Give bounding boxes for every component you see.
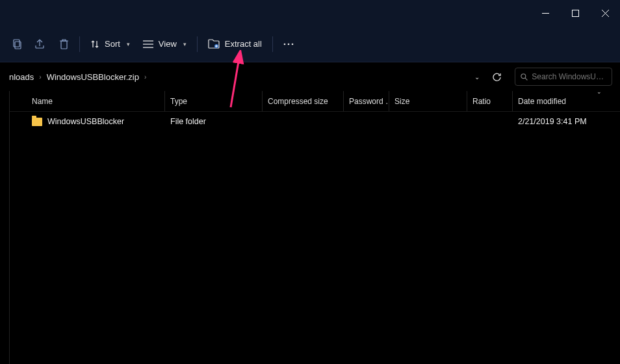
navigation-pane[interactable] bbox=[0, 91, 10, 364]
svg-rect-1 bbox=[572, 10, 578, 16]
svg-point-11 bbox=[292, 43, 294, 45]
toolbar-separator bbox=[197, 36, 198, 52]
copy-icon[interactable] bbox=[5, 32, 29, 56]
chevron-down-icon: ⌄ bbox=[597, 91, 602, 95]
delete-icon[interactable] bbox=[52, 32, 75, 56]
title-bar bbox=[0, 0, 620, 26]
view-label: View bbox=[159, 39, 177, 49]
column-header-name[interactable]: Name bbox=[27, 91, 165, 111]
window-maximize-button[interactable] bbox=[560, 3, 590, 23]
extract-all-button[interactable]: Extract all bbox=[201, 35, 268, 53]
toolbar-separator bbox=[79, 36, 80, 52]
more-options-button[interactable] bbox=[277, 32, 300, 56]
svg-point-10 bbox=[288, 43, 290, 45]
toolbar-separator bbox=[272, 36, 273, 52]
column-headers: Name Type Compressed size Password … Siz… bbox=[10, 91, 620, 112]
breadcrumb[interactable]: nloads › WindowsUSBBlocker.zip › bbox=[0, 62, 469, 91]
column-header-date-modified[interactable]: Date modified ⌄ bbox=[513, 91, 620, 111]
breadcrumb-item[interactable]: nloads bbox=[6, 72, 36, 82]
chevron-right-icon: › bbox=[36, 73, 44, 81]
svg-rect-4 bbox=[61, 41, 67, 49]
column-header-password[interactable]: Password … bbox=[344, 91, 389, 111]
command-bar: Sort ▾ View ▾ Extract all bbox=[0, 26, 620, 62]
column-header-size[interactable]: Size bbox=[389, 91, 467, 111]
view-button[interactable]: View ▾ bbox=[136, 35, 193, 53]
folder-icon bbox=[32, 118, 42, 126]
item-name: WindowsUSBBlocker bbox=[47, 117, 124, 126]
item-date: 2/21/2019 3:41 PM bbox=[513, 117, 620, 126]
content-pane: Name Type Compressed size Password … Siz… bbox=[0, 91, 620, 364]
window-close-button[interactable] bbox=[590, 3, 620, 23]
address-history-dropdown[interactable]: ⌄ bbox=[469, 73, 485, 81]
svg-rect-3 bbox=[15, 42, 21, 49]
chevron-right-icon: › bbox=[142, 73, 149, 81]
svg-point-9 bbox=[284, 43, 286, 45]
window-minimize-button[interactable] bbox=[530, 3, 560, 23]
list-item[interactable]: WindowsUSBBlocker File folder 2/21/2019 … bbox=[10, 112, 620, 131]
sort-button[interactable]: Sort ▾ bbox=[84, 35, 136, 53]
chevron-down-icon: ▾ bbox=[127, 41, 130, 47]
column-header-compressed-size[interactable]: Compressed size bbox=[263, 91, 344, 111]
svg-rect-0 bbox=[542, 13, 549, 14]
sort-label: Sort bbox=[105, 39, 120, 49]
extract-all-label: Extract all bbox=[225, 39, 262, 49]
svg-rect-2 bbox=[14, 40, 19, 47]
refresh-button[interactable] bbox=[485, 68, 508, 86]
search-input[interactable] bbox=[532, 72, 606, 81]
item-type: File folder bbox=[165, 117, 263, 126]
breadcrumb-item[interactable]: WindowsUSBBlocker.zip bbox=[44, 72, 142, 82]
search-box[interactable] bbox=[515, 68, 612, 86]
address-bar: nloads › WindowsUSBBlocker.zip › ⌄ bbox=[0, 62, 620, 91]
column-header-type[interactable]: Type bbox=[165, 91, 263, 111]
chevron-down-icon: ▾ bbox=[183, 41, 187, 47]
file-list: Name Type Compressed size Password … Siz… bbox=[10, 91, 620, 364]
column-header-ratio[interactable]: Ratio bbox=[467, 91, 513, 111]
search-icon bbox=[521, 73, 528, 81]
svg-point-12 bbox=[521, 73, 526, 78]
share-icon[interactable] bbox=[29, 32, 52, 56]
